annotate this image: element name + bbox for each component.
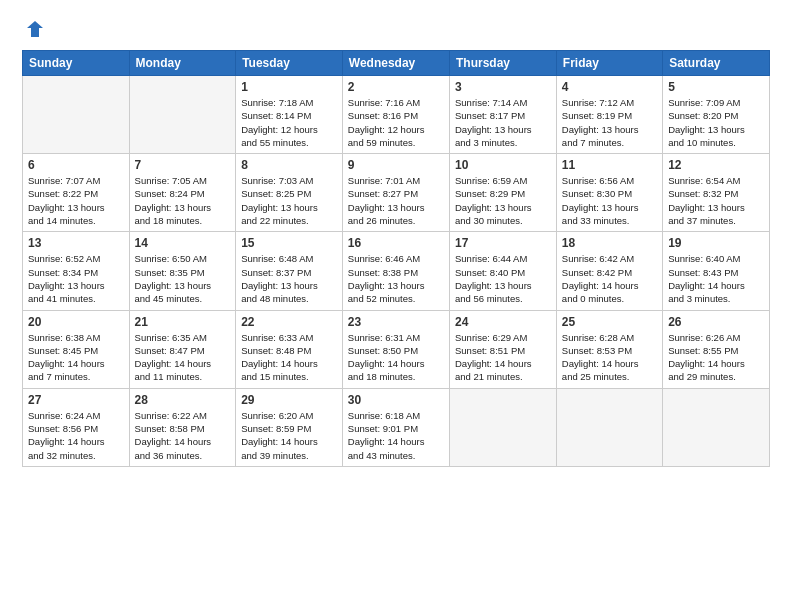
- day-number: 13: [28, 236, 124, 250]
- day-info: Sunrise: 6:35 AM Sunset: 8:47 PM Dayligh…: [135, 332, 212, 383]
- day-cell: 18Sunrise: 6:42 AM Sunset: 8:42 PM Dayli…: [556, 232, 662, 310]
- day-number: 8: [241, 158, 337, 172]
- day-info: Sunrise: 7:07 AM Sunset: 8:22 PM Dayligh…: [28, 175, 105, 226]
- day-info: Sunrise: 7:12 AM Sunset: 8:19 PM Dayligh…: [562, 97, 639, 148]
- day-info: Sunrise: 6:54 AM Sunset: 8:32 PM Dayligh…: [668, 175, 745, 226]
- day-number: 2: [348, 80, 444, 94]
- day-number: 11: [562, 158, 657, 172]
- day-number: 15: [241, 236, 337, 250]
- day-cell: 27Sunrise: 6:24 AM Sunset: 8:56 PM Dayli…: [23, 388, 130, 466]
- day-number: 25: [562, 315, 657, 329]
- day-number: 9: [348, 158, 444, 172]
- day-info: Sunrise: 6:56 AM Sunset: 8:30 PM Dayligh…: [562, 175, 639, 226]
- day-cell: 28Sunrise: 6:22 AM Sunset: 8:58 PM Dayli…: [129, 388, 236, 466]
- day-cell: 21Sunrise: 6:35 AM Sunset: 8:47 PM Dayli…: [129, 310, 236, 388]
- day-info: Sunrise: 7:01 AM Sunset: 8:27 PM Dayligh…: [348, 175, 425, 226]
- day-cell: 3Sunrise: 7:14 AM Sunset: 8:17 PM Daylig…: [450, 76, 557, 154]
- day-number: 30: [348, 393, 444, 407]
- calendar-table: SundayMondayTuesdayWednesdayThursdayFrid…: [22, 50, 770, 467]
- day-cell: 6Sunrise: 7:07 AM Sunset: 8:22 PM Daylig…: [23, 154, 130, 232]
- day-number: 1: [241, 80, 337, 94]
- logo: [22, 18, 46, 40]
- day-cell: 17Sunrise: 6:44 AM Sunset: 8:40 PM Dayli…: [450, 232, 557, 310]
- week-row-2: 6Sunrise: 7:07 AM Sunset: 8:22 PM Daylig…: [23, 154, 770, 232]
- weekday-header-thursday: Thursday: [450, 51, 557, 76]
- day-info: Sunrise: 7:14 AM Sunset: 8:17 PM Dayligh…: [455, 97, 532, 148]
- day-cell: 15Sunrise: 6:48 AM Sunset: 8:37 PM Dayli…: [236, 232, 343, 310]
- day-cell: [450, 388, 557, 466]
- day-cell: 29Sunrise: 6:20 AM Sunset: 8:59 PM Dayli…: [236, 388, 343, 466]
- day-cell: 30Sunrise: 6:18 AM Sunset: 9:01 PM Dayli…: [342, 388, 449, 466]
- day-cell: 12Sunrise: 6:54 AM Sunset: 8:32 PM Dayli…: [663, 154, 770, 232]
- day-number: 28: [135, 393, 231, 407]
- weekday-header-row: SundayMondayTuesdayWednesdayThursdayFrid…: [23, 51, 770, 76]
- day-cell: 19Sunrise: 6:40 AM Sunset: 8:43 PM Dayli…: [663, 232, 770, 310]
- day-cell: 9Sunrise: 7:01 AM Sunset: 8:27 PM Daylig…: [342, 154, 449, 232]
- weekday-header-tuesday: Tuesday: [236, 51, 343, 76]
- day-info: Sunrise: 7:16 AM Sunset: 8:16 PM Dayligh…: [348, 97, 425, 148]
- day-number: 3: [455, 80, 551, 94]
- day-cell: [663, 388, 770, 466]
- page: SundayMondayTuesdayWednesdayThursdayFrid…: [0, 0, 792, 612]
- day-info: Sunrise: 6:38 AM Sunset: 8:45 PM Dayligh…: [28, 332, 105, 383]
- day-cell: 22Sunrise: 6:33 AM Sunset: 8:48 PM Dayli…: [236, 310, 343, 388]
- day-cell: 26Sunrise: 6:26 AM Sunset: 8:55 PM Dayli…: [663, 310, 770, 388]
- week-row-1: 1Sunrise: 7:18 AM Sunset: 8:14 PM Daylig…: [23, 76, 770, 154]
- weekday-header-wednesday: Wednesday: [342, 51, 449, 76]
- day-number: 20: [28, 315, 124, 329]
- header: [22, 18, 770, 40]
- logo-icon: [24, 18, 46, 40]
- day-number: 12: [668, 158, 764, 172]
- day-info: Sunrise: 7:09 AM Sunset: 8:20 PM Dayligh…: [668, 97, 745, 148]
- day-info: Sunrise: 6:24 AM Sunset: 8:56 PM Dayligh…: [28, 410, 105, 461]
- day-cell: 10Sunrise: 6:59 AM Sunset: 8:29 PM Dayli…: [450, 154, 557, 232]
- day-info: Sunrise: 6:33 AM Sunset: 8:48 PM Dayligh…: [241, 332, 318, 383]
- day-info: Sunrise: 6:46 AM Sunset: 8:38 PM Dayligh…: [348, 253, 425, 304]
- day-info: Sunrise: 6:42 AM Sunset: 8:42 PM Dayligh…: [562, 253, 639, 304]
- day-info: Sunrise: 6:48 AM Sunset: 8:37 PM Dayligh…: [241, 253, 318, 304]
- day-number: 18: [562, 236, 657, 250]
- day-cell: 20Sunrise: 6:38 AM Sunset: 8:45 PM Dayli…: [23, 310, 130, 388]
- day-number: 6: [28, 158, 124, 172]
- weekday-header-sunday: Sunday: [23, 51, 130, 76]
- day-cell: [556, 388, 662, 466]
- day-info: Sunrise: 6:18 AM Sunset: 9:01 PM Dayligh…: [348, 410, 425, 461]
- day-number: 21: [135, 315, 231, 329]
- day-info: Sunrise: 6:50 AM Sunset: 8:35 PM Dayligh…: [135, 253, 212, 304]
- day-info: Sunrise: 6:59 AM Sunset: 8:29 PM Dayligh…: [455, 175, 532, 226]
- day-cell: 24Sunrise: 6:29 AM Sunset: 8:51 PM Dayli…: [450, 310, 557, 388]
- day-number: 14: [135, 236, 231, 250]
- day-number: 24: [455, 315, 551, 329]
- day-cell: 16Sunrise: 6:46 AM Sunset: 8:38 PM Dayli…: [342, 232, 449, 310]
- day-cell: 11Sunrise: 6:56 AM Sunset: 8:30 PM Dayli…: [556, 154, 662, 232]
- day-cell: 4Sunrise: 7:12 AM Sunset: 8:19 PM Daylig…: [556, 76, 662, 154]
- day-cell: 1Sunrise: 7:18 AM Sunset: 8:14 PM Daylig…: [236, 76, 343, 154]
- day-number: 4: [562, 80, 657, 94]
- day-cell: [129, 76, 236, 154]
- day-number: 19: [668, 236, 764, 250]
- day-number: 17: [455, 236, 551, 250]
- week-row-3: 13Sunrise: 6:52 AM Sunset: 8:34 PM Dayli…: [23, 232, 770, 310]
- day-number: 16: [348, 236, 444, 250]
- day-info: Sunrise: 7:03 AM Sunset: 8:25 PM Dayligh…: [241, 175, 318, 226]
- day-info: Sunrise: 6:44 AM Sunset: 8:40 PM Dayligh…: [455, 253, 532, 304]
- day-cell: [23, 76, 130, 154]
- day-number: 26: [668, 315, 764, 329]
- day-cell: 14Sunrise: 6:50 AM Sunset: 8:35 PM Dayli…: [129, 232, 236, 310]
- day-cell: 2Sunrise: 7:16 AM Sunset: 8:16 PM Daylig…: [342, 76, 449, 154]
- svg-marker-0: [27, 21, 43, 37]
- day-number: 27: [28, 393, 124, 407]
- day-cell: 23Sunrise: 6:31 AM Sunset: 8:50 PM Dayli…: [342, 310, 449, 388]
- day-number: 10: [455, 158, 551, 172]
- day-number: 5: [668, 80, 764, 94]
- weekday-header-monday: Monday: [129, 51, 236, 76]
- day-info: Sunrise: 7:18 AM Sunset: 8:14 PM Dayligh…: [241, 97, 318, 148]
- day-info: Sunrise: 6:20 AM Sunset: 8:59 PM Dayligh…: [241, 410, 318, 461]
- week-row-5: 27Sunrise: 6:24 AM Sunset: 8:56 PM Dayli…: [23, 388, 770, 466]
- day-number: 7: [135, 158, 231, 172]
- day-cell: 25Sunrise: 6:28 AM Sunset: 8:53 PM Dayli…: [556, 310, 662, 388]
- day-info: Sunrise: 7:05 AM Sunset: 8:24 PM Dayligh…: [135, 175, 212, 226]
- weekday-header-friday: Friday: [556, 51, 662, 76]
- day-info: Sunrise: 6:22 AM Sunset: 8:58 PM Dayligh…: [135, 410, 212, 461]
- day-cell: 7Sunrise: 7:05 AM Sunset: 8:24 PM Daylig…: [129, 154, 236, 232]
